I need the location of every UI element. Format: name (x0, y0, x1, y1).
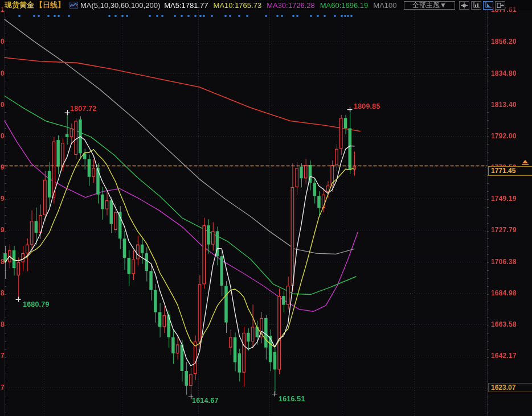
candlestick-chart-canvas[interactable] (0, 0, 532, 416)
axis-scale-right-icon-button[interactable] (483, 1, 493, 10)
y-axis-label: 1642.17 (491, 352, 517, 360)
price-alert-icon[interactable] (521, 160, 530, 166)
price-annotation: 1614.67 (192, 397, 219, 405)
move-crosshair-icon (461, 2, 468, 9)
period-label: 【日线】 (35, 0, 65, 10)
ma-legend-item-3: MA60:1696.19 (320, 1, 369, 10)
toolbar-icon-group (459, 1, 507, 10)
left-axis-partial-label: 8 (1, 258, 5, 266)
pan-right-icon (497, 2, 504, 9)
y-axis-label: 1663.58 (491, 320, 517, 328)
axis-scale-icon-button[interactable] (471, 1, 481, 10)
current-price-tag: 1771.45 (488, 166, 532, 176)
left-axis-partial-label: 8 (1, 320, 5, 328)
left-axis-partial-label: 0 (1, 69, 5, 77)
left-axis-partial-label: 8 (1, 289, 5, 297)
left-axis-partial-label: 7 (1, 384, 5, 392)
ma-settings-label: MA(5,10,30,60,100,200) (80, 1, 160, 10)
ma-legend-item-1: MA10:1765.73 (214, 1, 262, 10)
price-annotation: 1809.85 (354, 102, 380, 110)
y-axis-label: 1706.38 (491, 258, 517, 266)
left-axis-partial-label: 0 (1, 101, 5, 109)
axis-scale-icon (473, 2, 480, 9)
chart-toolbar: 现货黄金 【日线】 MA(5,10,30,60,100,200) MA5:178… (0, 0, 532, 10)
left-axis-partial-label: 0 (1, 132, 5, 140)
ma-legend-item-2: MA30:1726.28 (267, 1, 315, 10)
price-annotation: 1616.51 (279, 395, 305, 403)
axis-scale-right-icon (485, 2, 492, 9)
left-axis-partial-label: 9 (1, 195, 5, 203)
symbol-title: 现货黄金 (5, 0, 34, 10)
pan-right-icon-button[interactable] (495, 1, 505, 10)
y-axis-label: 1813.40 (491, 101, 517, 109)
ma-legend-item-4: MA100 (373, 1, 396, 10)
mini-chart-icon (69, 2, 78, 9)
trading-chart-window: 现货黄金 【日线】 MA(5,10,30,60,100,200) MA5:178… (0, 0, 532, 416)
price-annotation: 1807.72 (70, 105, 97, 113)
left-axis-partial-label: 0 (1, 38, 5, 46)
y-axis-label: 1727.79 (491, 226, 517, 234)
y-axis-label: 1856.20 (491, 38, 517, 46)
left-axis-partial-label: 9 (1, 163, 5, 171)
y-axis-label: 1834.80 (491, 69, 517, 77)
ma-legend: MA5:1781.77MA10:1765.73MA30:1726.28MA60:… (164, 1, 402, 10)
theme-dropdown[interactable]: 全部主题▼ (404, 1, 455, 10)
range-low-tag: 1623.07 (488, 383, 532, 392)
y-axis-label: 1684.98 (491, 289, 517, 297)
y-axis-label: 1792.00 (491, 132, 517, 140)
price-annotation: 1680.79 (23, 300, 50, 308)
move-crosshair-icon-button[interactable] (459, 1, 469, 10)
y-axis-label: 1749.19 (491, 195, 517, 203)
ma-legend-item-0: MA5:1781.77 (164, 1, 208, 10)
left-axis-partial-label: 9 (1, 226, 5, 234)
left-axis-partial-label: 7 (1, 352, 5, 360)
